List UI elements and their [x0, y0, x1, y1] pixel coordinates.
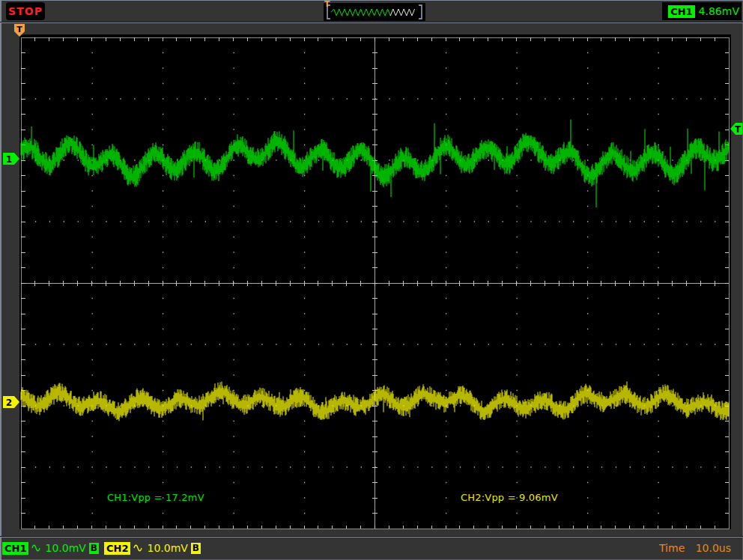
bottombar-divider [0, 537, 743, 538]
waveform-traces [19, 34, 731, 529]
oscilloscope-screen: STOP T CH1 4.86mV CH1:Vpp = 17.2mV CH2:V… [0, 0, 743, 560]
trigger-source-badge: CH1 [668, 5, 694, 18]
ch1-scale: 10.0mV [45, 542, 85, 554]
ch1-position-marker[interactable]: 1 [2, 152, 20, 165]
timebase-value: 10.0us [696, 542, 731, 554]
trigger-level-value: 4.86mV [699, 5, 739, 17]
ch2-bandwidth-badge: B [191, 543, 201, 554]
trigger-level-marker[interactable]: T [730, 122, 743, 136]
ch2-scale: 10.0mV [147, 542, 187, 554]
topbar-divider [0, 22, 743, 23]
ch1-bandwidth-badge: B [89, 543, 99, 554]
timebase-label: Time [659, 542, 685, 554]
ch2-ac-coupling-icon [133, 544, 144, 553]
ch1-ac-coupling-icon [31, 544, 42, 553]
trigger-readout: CH1 4.86mV [662, 2, 742, 20]
ch2-status[interactable]: CH2 10.0mV B [104, 541, 201, 556]
ch1-position-marker-label: 1 [6, 154, 12, 165]
trigger-level-marker-label: T [735, 124, 742, 135]
measurement-ch1-vpp: CH1:Vpp = 17.2mV [107, 492, 204, 503]
measurement-ch2-vpp: CH2:Vpp = 9.06mV [461, 492, 558, 503]
preview-trigger-position-label: T [324, 0, 330, 9]
run-state-label: STOP [8, 5, 43, 17]
ch1-badge: CH1 [2, 542, 28, 555]
acquisition-preview-wave [324, 3, 425, 21]
timebase-readout[interactable]: Time 10.0us [659, 541, 731, 556]
ch2-position-marker[interactable]: 2 [2, 395, 20, 409]
waveform-display: CH1:Vpp = 17.2mV CH2:Vpp = 9.06mV [19, 34, 731, 529]
ch1-status[interactable]: CH1 10.0mV B [2, 541, 99, 556]
run-state-button[interactable]: STOP [6, 2, 45, 20]
ch2-position-marker-label: 2 [6, 398, 12, 408]
acquisition-preview[interactable] [324, 3, 425, 21]
trigger-position-marker[interactable]: T [13, 23, 25, 38]
ch2-badge: CH2 [104, 542, 130, 555]
trigger-position-marker-label: T [16, 25, 22, 34]
